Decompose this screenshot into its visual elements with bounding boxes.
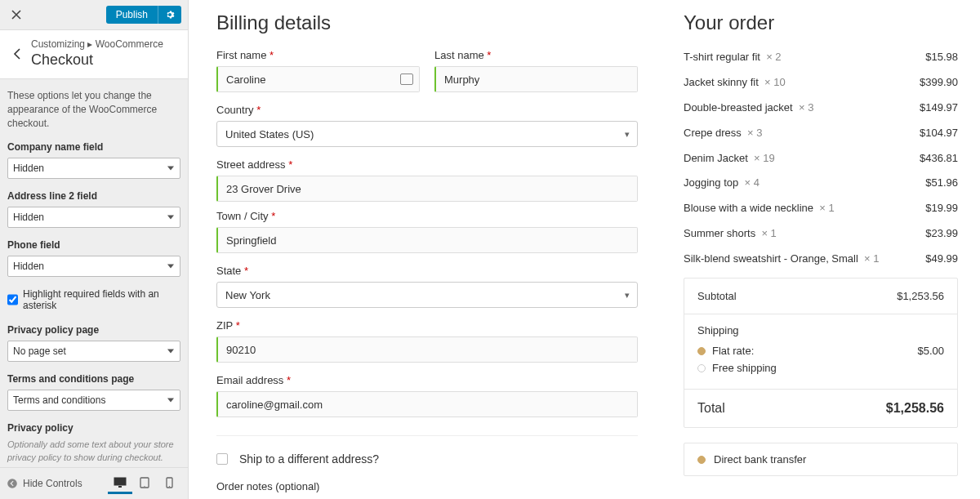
order-line-item: Jacket skinny fit × 10$399.90 xyxy=(684,76,958,90)
item-qty: × 3 xyxy=(799,101,813,114)
chevron-left-icon xyxy=(13,48,20,60)
phone-field-label: Phone field xyxy=(7,239,180,251)
item-name: Jogging top xyxy=(684,176,738,189)
publish-button[interactable]: Publish xyxy=(106,6,158,24)
free-shipping-radio[interactable] xyxy=(697,364,706,372)
order-line-item: Jogging top × 4$51.96 xyxy=(684,176,958,190)
payment-box: Direct bank transfer xyxy=(684,443,958,476)
svg-point-4 xyxy=(144,485,145,486)
preview-mobile-button[interactable] xyxy=(157,473,181,494)
subtotal-label: Subtotal xyxy=(697,290,737,302)
addr2-field-label: Address line 2 field xyxy=(7,190,180,202)
email-input[interactable] xyxy=(216,391,638,417)
zip-label: ZIP * xyxy=(216,319,638,332)
item-name: Jacket skinny fit xyxy=(684,76,759,88)
total-label: Total xyxy=(697,401,725,416)
item-qty: × 19 xyxy=(754,152,775,164)
state-label: State * xyxy=(216,265,638,277)
item-price: $149.97 xyxy=(920,101,958,115)
top-bar: Publish xyxy=(0,0,188,30)
item-name: Double-breasted jacket xyxy=(684,101,793,114)
order-line-item: Double-breasted jacket × 3$149.97 xyxy=(684,101,958,115)
item-qty: × 2 xyxy=(766,51,781,63)
ship-different-label[interactable]: Ship to a different address? xyxy=(239,452,379,466)
svg-rect-2 xyxy=(118,486,122,488)
city-label: Town / City * xyxy=(216,210,638,222)
item-price: $49.99 xyxy=(925,252,958,266)
item-price: $399.90 xyxy=(920,76,958,90)
preview-pane: Billing details First name * Last name *… xyxy=(189,0,980,499)
terms-page-select[interactable]: Terms and conditions xyxy=(7,390,180,411)
country-select[interactable]: United States (US) xyxy=(216,121,638,147)
item-name: Denim Jacket xyxy=(684,152,748,164)
zip-input[interactable] xyxy=(216,336,638,363)
first-name-label: First name * xyxy=(216,49,420,61)
svg-rect-1 xyxy=(114,478,126,485)
mobile-icon xyxy=(166,477,173,488)
totals-box: Subtotal $1,253.56 Shipping Flat rate: $… xyxy=(684,278,958,428)
gear-icon xyxy=(165,10,175,20)
direct-bank-label[interactable]: Direct bank transfer xyxy=(714,453,806,466)
close-icon[interactable] xyxy=(7,5,26,25)
street-label: Street address * xyxy=(216,158,638,171)
ship-different-checkbox[interactable] xyxy=(216,453,228,465)
item-name: Crepe dress xyxy=(684,127,742,139)
publish-settings-button[interactable] xyxy=(158,6,181,24)
last-name-input[interactable] xyxy=(434,66,638,92)
collapse-icon xyxy=(7,478,18,489)
flat-rate-price: $5.00 xyxy=(917,345,944,357)
flat-rate-radio[interactable] xyxy=(697,347,706,355)
item-price: $104.97 xyxy=(920,127,958,140)
highlight-required-checkbox[interactable] xyxy=(7,294,18,305)
preview-tablet-button[interactable] xyxy=(132,473,157,494)
state-select[interactable]: New York xyxy=(216,282,638,308)
privacy-page-label: Privacy policy page xyxy=(7,324,180,336)
company-field-select[interactable]: Hidden xyxy=(7,158,180,179)
item-price: $23.99 xyxy=(925,227,958,241)
subtotal-value: $1,253.56 xyxy=(897,290,944,302)
privacy-policy-hint: Optionally add some text about your stor… xyxy=(7,439,180,464)
free-shipping-label[interactable]: Free shipping xyxy=(712,362,777,374)
phone-field-select[interactable]: Hidden xyxy=(7,256,180,277)
country-label: Country * xyxy=(216,104,638,116)
back-button[interactable] xyxy=(8,42,24,66)
highlight-required-label[interactable]: Highlight required fields with an asteri… xyxy=(23,288,180,311)
hide-controls-button[interactable]: Hide Controls xyxy=(7,478,82,489)
street-input[interactable] xyxy=(216,176,638,202)
item-price: $15.98 xyxy=(925,51,958,65)
terms-page-label: Terms and conditions page xyxy=(7,373,180,385)
order-line-item: Silk-blend sweatshirt - Orange, Small × … xyxy=(684,252,958,266)
total-value: $1,258.56 xyxy=(886,401,944,416)
billing-details-form: Billing details First name * Last name *… xyxy=(216,11,638,499)
order-line-item: Crepe dress × 3$104.97 xyxy=(684,127,958,140)
order-notes-label: Order notes (optional) xyxy=(216,480,638,492)
breadcrumb-title: Checkout xyxy=(31,51,163,69)
customizer-sidebar: Publish Customizing ▸ WooCommerce Checko… xyxy=(0,0,189,499)
privacy-page-select[interactable]: No page set xyxy=(7,341,180,362)
order-line-item: Summer shorts × 1$23.99 xyxy=(684,227,958,241)
item-qty: × 10 xyxy=(764,76,786,88)
company-field-label: Company name field xyxy=(7,141,180,153)
direct-bank-radio[interactable] xyxy=(697,456,706,464)
shipping-label: Shipping xyxy=(697,324,944,336)
tablet-icon xyxy=(140,477,149,488)
item-name: T-shirt regular fit xyxy=(684,51,760,63)
desktop-icon xyxy=(114,477,127,488)
item-qty: × 1 xyxy=(864,252,879,265)
section-description: These options let you change the appeara… xyxy=(7,89,180,130)
order-line-item: Denim Jacket × 19$436.81 xyxy=(684,152,958,166)
city-input[interactable] xyxy=(216,227,638,253)
breadcrumb: Customizing ▸ WooCommerce Checkout xyxy=(0,30,188,79)
item-qty: × 3 xyxy=(747,127,762,139)
item-name: Summer shorts xyxy=(684,227,755,239)
item-price: $436.81 xyxy=(920,152,958,166)
addr2-field-select[interactable]: Hidden xyxy=(7,207,180,228)
item-price: $19.99 xyxy=(925,202,958,216)
order-line-item: Blouse with a wide neckline × 1$19.99 xyxy=(684,202,958,216)
preview-desktop-button[interactable] xyxy=(108,473,132,494)
order-heading: Your order xyxy=(684,11,958,34)
item-price: $51.96 xyxy=(925,176,958,190)
flat-rate-label[interactable]: Flat rate: xyxy=(712,345,754,357)
privacy-policy-label: Privacy policy xyxy=(7,422,180,434)
first-name-input[interactable] xyxy=(216,66,420,92)
